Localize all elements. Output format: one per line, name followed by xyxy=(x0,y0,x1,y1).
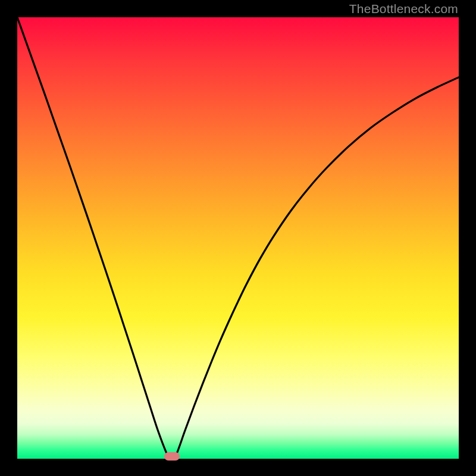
curve-layer xyxy=(17,17,459,459)
chart-container: TheBottleneck.com xyxy=(0,0,476,476)
bottleneck-marker xyxy=(164,452,180,461)
plot-area xyxy=(17,17,459,459)
bottleneck-curve xyxy=(17,17,459,459)
watermark-text: TheBottleneck.com xyxy=(349,2,458,16)
